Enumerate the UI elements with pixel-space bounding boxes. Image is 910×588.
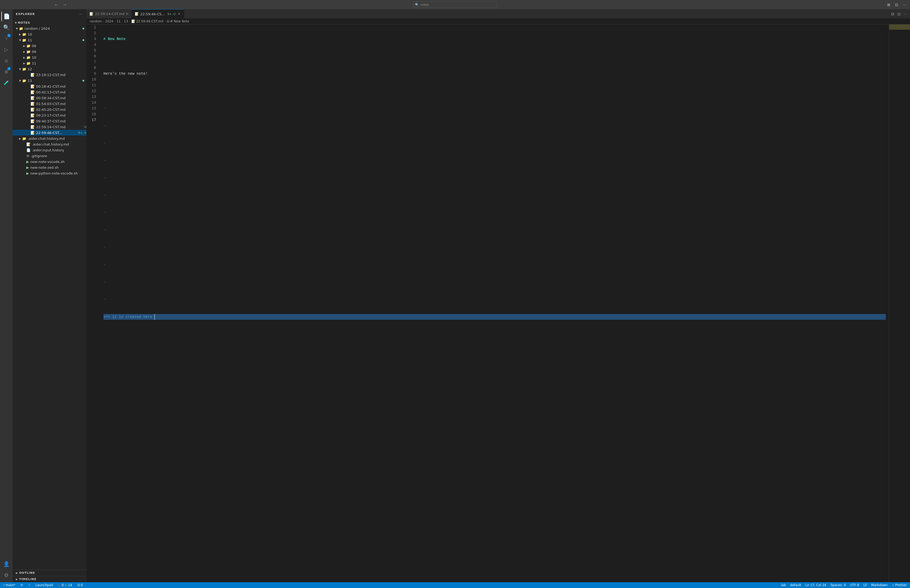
activity-item-account[interactable]: 👤 <box>1 559 11 569</box>
status-branch[interactable]: ⑂ main* <box>2 583 16 587</box>
line-num-6: 6 <box>92 53 96 59</box>
tree-item-13[interactable]: ▼ 📁 13 <box>13 78 86 84</box>
activity-item-search[interactable]: 🔍 <box>1 23 11 32</box>
tree-item-12[interactable]: ▼ 📁 12 <box>13 66 86 72</box>
md-file-icon: 📝 <box>31 73 35 77</box>
tab-22-59-46[interactable]: 📝 22:59:46-CST.md 9+, U ✕ <box>132 9 184 18</box>
folder-06-label: 06 <box>32 44 86 48</box>
outline-section-header[interactable]: ▶ OUTLINE <box>13 570 86 576</box>
code-editor[interactable]: # New Note Here's the new note! ~ ~ ~ ~ <box>100 24 889 582</box>
status-fork[interactable]: ⑂ <box>27 583 31 587</box>
md-file-icon-active: 📝 <box>31 131 35 135</box>
tree-item-11[interactable]: ▼ 📁 11 <box>13 37 86 43</box>
activity-item-run[interactable]: ▷ <box>1 44 11 55</box>
folder-09-label: 09 <box>32 50 86 54</box>
breadcrumb-13[interactable]: 13 <box>124 19 128 23</box>
md-file-icon: 📝 <box>31 90 35 94</box>
tree-item-09-23-17[interactable]: 📝 09:23:17-CST.md <box>13 112 86 118</box>
status-language[interactable]: Markdown <box>870 583 889 587</box>
testing-icon: 🧪 <box>4 80 9 85</box>
activity-item-testing[interactable]: 🧪 <box>1 78 11 88</box>
search-input[interactable] <box>413 1 497 8</box>
status-spaces[interactable]: Spaces: 4 <box>829 583 847 587</box>
notes-root-label[interactable]: ▼ NOTES <box>13 20 86 26</box>
breadcrumb-symbol[interactable]: ⊟ # New Note <box>166 19 189 23</box>
tab-close-button[interactable]: ✕ <box>177 12 181 16</box>
sidebar-more-button[interactable]: ··· <box>78 11 83 16</box>
cursor <box>152 314 155 320</box>
file-22-59-46-label: 22:59:46-CST... <box>36 131 77 135</box>
tree-item-09-40-37[interactable]: 📝 09:40:37-CST.md <box>13 118 86 124</box>
breadcrumb-file[interactable]: 📝 22:59:46-CST.md <box>131 19 163 23</box>
tree-item-22-59-46[interactable]: 📝 22:59:46-CST... 9+, U <box>13 130 86 136</box>
code-line-15: ~ <box>103 279 886 285</box>
split-editor-button[interactable]: ⊟ <box>890 11 895 16</box>
tree-item-random-2024[interactable]: ▼ 📁 random / 2024 <box>13 26 86 31</box>
tree-item-00-58-34[interactable]: 📝 00:58:34-CST.md <box>13 95 86 101</box>
status-right: lab default Ln 17, Col 24 Spaces: 4 UTF-… <box>780 583 908 587</box>
sh-file-icon: ▶ <box>26 171 29 175</box>
tree-item-10-inner[interactable]: ▶ 📁 10 <box>13 55 86 60</box>
tree-item-00-42-13[interactable]: 📝 00:42:13-CST.md <box>13 89 86 95</box>
status-errors[interactable]: ✕ 0 ⚠ 14 <box>57 583 73 587</box>
tree-item-01-54-03[interactable]: 📝 01:54:03-CST.md <box>13 101 86 107</box>
status-ports[interactable]: ⊡ 0 <box>76 583 84 587</box>
layout-icon-button[interactable]: ⊞ <box>886 2 892 7</box>
tree-item-templates[interactable]: ▶ 📁 .aider.chat.history.md <box>13 136 86 141</box>
status-bar: ⑂ main* ↻ ⑂ Launchpad ✕ 0 ⚠ 14 ⊡ 0 lab d… <box>0 582 910 588</box>
tree-item-23-19-12[interactable]: 📝 23:19:12-CST.md <box>13 72 86 78</box>
activity-item-settings[interactable]: ⚙ <box>1 570 11 580</box>
tree-item-new-python-note-vscode[interactable]: ▶ new-python-note-vscode.sh <box>13 170 86 176</box>
breadcrumb-2024[interactable]: 2024 <box>105 19 113 23</box>
language-label: Markdown <box>871 583 887 587</box>
folder-icon: 📁 <box>22 32 26 36</box>
new-note-vscode-label: new-note-vscode.sh <box>30 160 86 164</box>
tree-item-new-note-zed[interactable]: ▶ new-note-zed.sh <box>13 165 86 170</box>
random-2024-chevron: ▼ <box>15 27 19 30</box>
tree-item-22-59-14[interactable]: 📝 22:59:14-CST.md U <box>13 124 86 130</box>
breadcrumb-sep-5: › <box>164 19 166 23</box>
tree-item-gitignore[interactable]: ⚙ .gitignore <box>13 153 86 159</box>
file-00-18-41-label: 00:18:41-CST.md <box>36 84 86 89</box>
tree-item-06[interactable]: ▶ 📁 06 <box>13 43 86 49</box>
tab-22-59-14-badge: U <box>126 12 128 16</box>
tree-item-02-45-20[interactable]: 📝 02:45:20-CST.md <box>13 107 86 112</box>
activity-bar: 📄 🔍 ⑂ 2 ▷ ◎ ⊞ 3 🧪 👤 ⚙ <box>0 9 13 582</box>
activity-item-remote[interactable]: ◎ <box>1 55 11 66</box>
activity-item-source-control[interactable]: ⑂ 2 <box>1 34 11 44</box>
status-prettier[interactable]: ✓ Prettier <box>891 583 908 587</box>
remote-icon: ◎ <box>5 58 8 63</box>
breadcrumb-random[interactable]: random <box>89 19 102 23</box>
back-button[interactable]: ← <box>53 2 60 8</box>
main-layout: 📄 🔍 ⑂ 2 ▷ ◎ ⊞ 3 🧪 👤 ⚙ <box>0 9 910 582</box>
status-encoding[interactable]: UTF-8 <box>849 583 860 587</box>
code-line-6: ~ <box>103 123 886 129</box>
status-line-ending[interactable]: LF <box>862 583 868 587</box>
tree-item-10-top[interactable]: ▶ 📁 10 <box>13 31 86 37</box>
md-file-icon: 📝 <box>31 108 35 111</box>
status-env[interactable]: lab <box>780 583 787 587</box>
activity-item-extensions[interactable]: ⊞ 3 <box>1 66 11 77</box>
breadcrumb-11[interactable]: 11 <box>116 19 121 23</box>
status-format[interactable]: default <box>789 583 802 587</box>
tree-item-00-18-41[interactable]: 📝 00:18:41-CST.md <box>13 84 86 89</box>
timeline-section-header[interactable]: ▶ TIMELINE <box>13 576 86 582</box>
tree-item-aider-input[interactable]: 📄 .aider.input.history <box>13 147 86 153</box>
tree-item-aider-chat[interactable]: 📝 .aider.chat.history.md <box>13 141 86 147</box>
activity-item-explorer[interactable]: 📄 <box>1 11 11 21</box>
more-tabs-button[interactable]: ··· <box>903 11 908 16</box>
line-num-7: 7 <box>92 59 96 65</box>
extensions-icon-button[interactable]: ⊡ <box>894 2 899 7</box>
status-ln-col[interactable]: Ln 17, Col 24 <box>805 583 827 587</box>
forward-button[interactable]: → <box>61 2 68 8</box>
status-launchpad[interactable]: Launchpad <box>34 583 54 587</box>
md-file-icon: 📝 <box>31 102 35 106</box>
tree-item-11-inner[interactable]: ▶ 📁 11 <box>13 60 86 66</box>
tilde-15: ~ <box>103 279 105 285</box>
tree-item-09[interactable]: ▶ 📁 09 <box>13 49 86 55</box>
more-icon-button[interactable]: ··· <box>902 2 907 7</box>
tab-22-59-14[interactable]: 📝 22:59:14-CST.md U <box>86 9 132 18</box>
toggle-panel-button[interactable]: ⊡ <box>896 11 902 16</box>
status-sync[interactable]: ↻ <box>19 583 24 587</box>
tree-item-new-note-vscode[interactable]: ▶ new-note-vscode.sh <box>13 159 86 165</box>
